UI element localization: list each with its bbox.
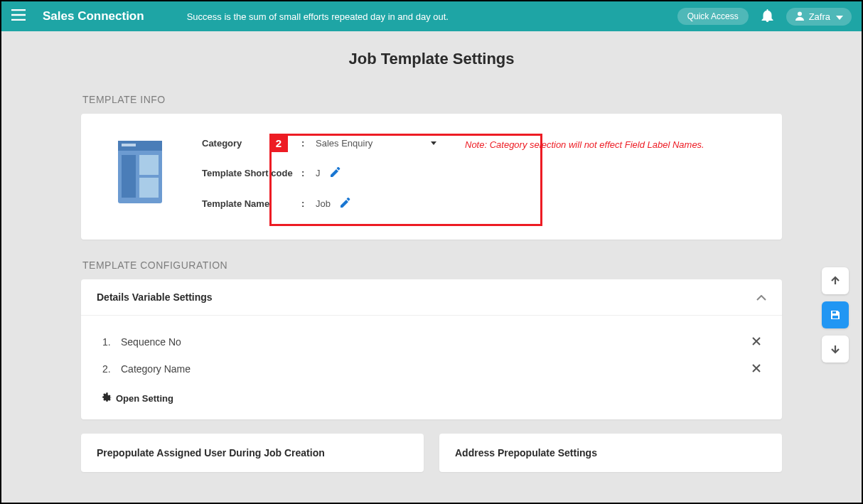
list-item: 2. Category Name (102, 355, 761, 382)
card-title: Address Prepopulate Settings (455, 447, 597, 459)
chevron-down-icon (836, 11, 843, 22)
category-note: Note: Category selection will not effect… (465, 139, 704, 150)
section-heading-template-info: TEMPLATE INFO (82, 94, 782, 105)
chevron-up-icon (756, 291, 766, 304)
remove-item-button[interactable] (752, 363, 761, 375)
name-row: Template Name : Job (202, 198, 436, 210)
page-title: Job Template Settings (81, 50, 782, 68)
svg-rect-4 (122, 155, 136, 198)
shortcode-value: J (316, 168, 321, 178)
details-variable-settings-card: Details Variable Settings 1. Sequence No… (81, 279, 782, 419)
lower-cards-row: Prepopulate Assigned User During Job Cre… (81, 434, 782, 472)
template-info-card: 2 Category : Sales Enquiry (81, 114, 782, 240)
dropdown-caret-icon (431, 141, 436, 145)
quick-access-button[interactable]: Quick Access (677, 8, 749, 25)
floating-buttons (822, 267, 849, 363)
remove-item-button[interactable] (752, 336, 761, 348)
open-setting-label: Open Setting (116, 393, 173, 404)
address-prepopulate-card[interactable]: Address Prepopulate Settings (439, 434, 782, 472)
list-item-number: 2. (102, 363, 121, 375)
arrow-down-icon (830, 344, 840, 354)
card-title: Prepopulate Assigned User During Job Cre… (97, 447, 325, 459)
list-item-label: Category Name (121, 363, 191, 375)
shortcode-label: Template Short code (202, 168, 301, 178)
category-label: Category (202, 138, 301, 149)
open-setting-button[interactable]: Open Setting (102, 392, 761, 404)
list-item-label: Sequence No (121, 336, 181, 348)
person-icon (795, 11, 805, 23)
prepopulate-user-card[interactable]: Prepopulate Assigned User During Job Cre… (81, 434, 424, 472)
scroll-down-button[interactable] (822, 336, 849, 363)
scroll-up-button[interactable] (822, 267, 849, 294)
user-menu[interactable]: Zafra (786, 8, 852, 26)
top-bar: Sales Connection Success is the sum of s… (1, 1, 862, 31)
edit-shortcode-button[interactable] (331, 167, 341, 179)
tagline-text: Success is the sum of small efforts repe… (187, 11, 677, 22)
bell-icon[interactable] (761, 9, 773, 25)
arrow-up-icon (830, 276, 840, 286)
svg-rect-5 (139, 155, 159, 175)
category-dropdown[interactable]: Sales Enquiry (316, 138, 436, 149)
pencil-icon (341, 198, 350, 208)
category-row: Category : Sales Enquiry (202, 138, 436, 149)
close-icon (752, 364, 761, 372)
shortcode-row: Template Short code : J (202, 167, 436, 179)
list-item-number: 1. (102, 336, 121, 348)
template-info-form: Category : Sales Enquiry Template Short … (202, 138, 704, 210)
template-icon (115, 141, 165, 203)
name-value: Job (316, 198, 331, 209)
gear-icon (102, 392, 112, 404)
page-content: Job Template Settings TEMPLATE INFO 2 Ca… (1, 31, 862, 472)
brand-title: Sales Connection (43, 9, 144, 23)
section-heading-template-config: TEMPLATE CONFIGURATION (82, 259, 782, 271)
edit-name-button[interactable] (341, 198, 350, 210)
name-label: Template Name (202, 198, 301, 209)
svg-rect-6 (139, 178, 159, 198)
svg-point-0 (798, 11, 802, 16)
accordion-body: 1. Sequence No 2. Category Name (81, 316, 782, 419)
save-icon (830, 309, 841, 321)
accordion-title: Details Variable Settings (97, 291, 213, 303)
pencil-icon (331, 167, 341, 177)
save-button[interactable] (822, 301, 849, 328)
hamburger-icon[interactable] (11, 9, 26, 23)
accordion-header[interactable]: Details Variable Settings (81, 279, 782, 316)
user-name: Zafra (809, 11, 830, 22)
list-item: 1. Sequence No (102, 328, 761, 355)
category-value: Sales Enquiry (316, 138, 372, 149)
svg-rect-3 (122, 144, 136, 146)
close-icon (752, 337, 761, 345)
